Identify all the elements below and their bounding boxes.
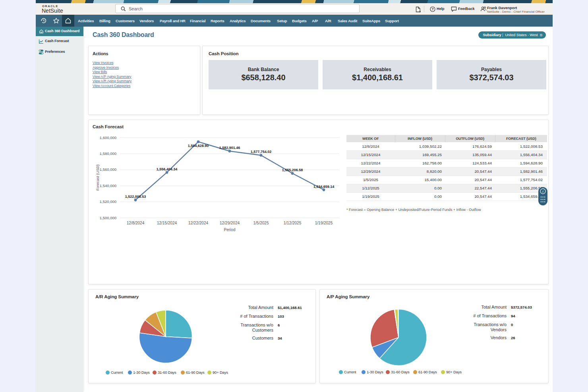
svg-text:1,555,206.58: 1,555,206.58 xyxy=(282,168,303,172)
svg-text:Period: Period xyxy=(224,228,236,232)
svg-text:1,560,000: 1,560,000 xyxy=(100,167,116,172)
svg-text:1,556,404.34: 1,556,404.34 xyxy=(157,167,178,171)
svg-text:1/5/2025: 1/5/2025 xyxy=(253,221,269,225)
svg-text:1,500,000: 1,500,000 xyxy=(100,216,116,220)
svg-text:1/19/2025: 1/19/2025 xyxy=(315,221,333,225)
svg-text:1,600,000: 1,600,000 xyxy=(100,135,116,140)
svg-text:1,582,901.46: 1,582,901.46 xyxy=(219,146,240,150)
svg-text:1,594,628.90: 1,594,628.90 xyxy=(188,144,209,148)
svg-text:1,540,000: 1,540,000 xyxy=(100,183,116,188)
svg-text:?: ? xyxy=(431,7,434,11)
svg-text:12/29/2024: 12/29/2024 xyxy=(220,221,240,225)
svg-text:12/8/2024: 12/8/2024 xyxy=(127,221,145,225)
svg-text:1,577,754.02: 1,577,754.02 xyxy=(251,150,272,154)
svg-text:i: i xyxy=(542,189,544,193)
svg-text:1,534,659.14: 1,534,659.14 xyxy=(313,185,335,189)
svg-text:1,522,008.53: 1,522,008.53 xyxy=(125,195,146,199)
svg-text:12/22/2024: 12/22/2024 xyxy=(188,221,208,225)
svg-text:1,580,000: 1,580,000 xyxy=(100,151,116,156)
svg-text:1,520,000: 1,520,000 xyxy=(100,199,116,204)
svg-text:12/15/2024: 12/15/2024 xyxy=(157,221,177,225)
svg-text:1/12/2025: 1/12/2025 xyxy=(284,221,302,225)
svg-text:Forecast (USD): Forecast (USD) xyxy=(95,164,100,191)
